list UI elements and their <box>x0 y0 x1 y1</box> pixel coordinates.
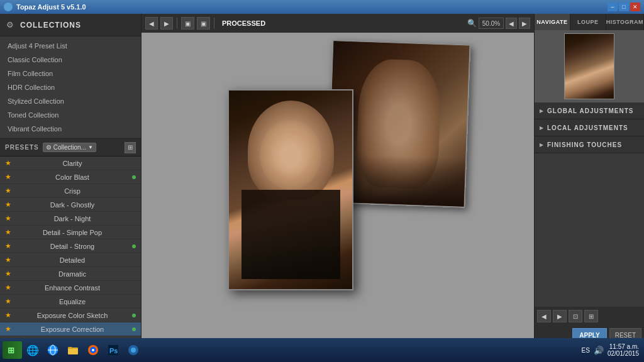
global-adjustments-header[interactable]: ▶ GLOBAL ADJUSTMENTS <box>535 102 644 119</box>
clock-date: 02/01/2015 <box>608 350 639 357</box>
star-icon: ★ <box>5 311 11 319</box>
titlebar: Topaz Adjust 5 v5.1.0 – □ ✕ <box>0 0 644 14</box>
nav-next-button[interactable]: ▶ <box>553 310 567 322</box>
toolbar: ◀ ▶ ▣ ▣ PROCESSED 🔍 ◀ ▶ <box>142 14 534 33</box>
preset-name: Clarity <box>15 160 130 167</box>
preset-name: Detail - Strong <box>15 243 130 250</box>
start-button[interactable]: ⊞ <box>3 341 22 359</box>
nav-prev-button[interactable]: ◀ <box>537 310 551 322</box>
preset-item-exposure-correction[interactable]: ★ Exposure Correction <box>0 322 141 336</box>
collection-item-classic[interactable]: Classic Collection <box>0 53 141 67</box>
local-adjustments-section: ▶ LOCAL ADJUSTMENTS <box>535 119 644 136</box>
preset-name: Dark - Ghostly <box>15 201 130 209</box>
preset-item-exposure-color-sketch[interactable]: ★ Exposure Color Sketch <box>0 309 141 322</box>
nav-arrows: ◀ ▶ ⊡ ⊞ <box>535 307 644 326</box>
star-icon: ★ <box>5 242 11 250</box>
svg-text:Ps: Ps <box>109 347 118 354</box>
collection-item-hdr[interactable]: HDR Collection <box>0 80 141 94</box>
preset-item-dark-ghostly[interactable]: ★ Dark - Ghostly <box>0 198 141 212</box>
nav-fit-button[interactable]: ⊡ <box>569 310 582 322</box>
taskbar-icon-folder[interactable] <box>64 341 82 359</box>
global-adjustments-label: GLOBAL ADJUSTMENTS <box>547 107 633 114</box>
maximize-button[interactable]: □ <box>619 3 629 11</box>
zoom-section: 🔍 ◀ ▶ <box>467 18 530 29</box>
star-icon: ★ <box>5 270 11 278</box>
grid-view-button[interactable]: ⊞ <box>125 142 136 153</box>
finishing-touches-header[interactable]: ▶ FINISHING TOUCHES <box>535 136 644 153</box>
right-panel: NAVIGATE LOUPE HISTOGRAM ▶ GLOBAL ADJUST… <box>534 14 644 362</box>
svg-point-10 <box>131 348 136 353</box>
left-panel: ⚙ COLLECTIONS Adjust 4 Preset List Class… <box>0 14 142 362</box>
minimize-button[interactable]: – <box>608 3 618 11</box>
arrow-icon: ▶ <box>540 142 543 148</box>
preset-name: Dark - Night <box>15 215 130 222</box>
tab-loupe[interactable]: LOUPE <box>570 14 606 30</box>
zoom-icon: 🔍 <box>467 19 477 28</box>
window-controls: – □ ✕ <box>608 3 640 11</box>
forward-button[interactable]: ▶ <box>160 17 173 30</box>
star-icon: ★ <box>5 159 11 167</box>
collections-list: Adjust 4 Preset List Classic Collection … <box>0 36 141 139</box>
preset-dot <box>132 314 136 317</box>
zoom-out-button[interactable]: ◀ <box>506 18 517 29</box>
preset-item-crisp[interactable]: ★ Crisp <box>0 184 141 198</box>
star-icon: ★ <box>5 200 11 209</box>
preset-name: Crisp <box>15 187 130 195</box>
preset-item-clarity[interactable]: ★ Clarity <box>0 156 141 170</box>
preset-name: Equalize <box>15 298 130 305</box>
collection-item-toned[interactable]: Toned Collection <box>0 108 141 122</box>
view2-button[interactable]: ▣ <box>197 17 210 30</box>
app-body: ⚙ COLLECTIONS Adjust 4 Preset List Class… <box>0 14 644 362</box>
app-title: Topaz Adjust 5 v5.1.0 <box>16 3 608 11</box>
toolbar-separator2 <box>214 18 214 29</box>
zoom-input[interactable] <box>479 18 504 29</box>
taskbar-icon-app[interactable] <box>124 341 143 359</box>
taskbar: ⊞ 🌐 Ps ES 🔊 11:57 a.m. 02/01/2015 <box>0 338 644 362</box>
collection-item-film[interactable]: Film Collection <box>0 67 141 80</box>
collection-item-stylized[interactable]: Stylized Collection <box>0 94 141 108</box>
thumbnail-photo <box>564 33 614 99</box>
star-icon: ★ <box>5 228 11 236</box>
preset-dot <box>132 244 136 248</box>
taskbar-sound-icon[interactable]: 🔊 <box>594 346 604 355</box>
preset-name: Exposure Correction <box>15 326 130 333</box>
collection-dropdown[interactable]: ⚙ Collection... ▼ <box>43 143 96 152</box>
preset-item-detail-strong[interactable]: ★ Detail - Strong <box>0 239 141 253</box>
collection-item-adjust4[interactable]: Adjust 4 Preset List <box>0 39 141 53</box>
presets-header: PRESETS ⚙ Collection... ▼ ⊞ <box>0 139 141 156</box>
preset-item-detailed[interactable]: ★ Detailed <box>0 253 141 267</box>
tab-navigate[interactable]: NAVIGATE <box>535 14 570 30</box>
taskbar-icon-firefox[interactable] <box>84 341 103 359</box>
arrow-icon: ▶ <box>540 108 543 114</box>
taskbar-icon-ps[interactable]: Ps <box>104 341 123 359</box>
back-button[interactable]: ◀ <box>145 17 158 30</box>
preset-item-equalize[interactable]: ★ Equalize <box>0 295 141 309</box>
clock-time: 11:57 a.m. <box>608 343 639 350</box>
preset-item-dark-night[interactable]: ★ Dark - Night <box>0 212 141 226</box>
close-button[interactable]: ✕ <box>630 3 640 11</box>
zoom-in-button[interactable]: ▶ <box>519 18 530 29</box>
collection-item-vibrant[interactable]: Vibrant Collection <box>0 122 141 136</box>
tab-histogram[interactable]: HISTOGRAM <box>606 14 644 30</box>
dropdown-arrow-icon: ▼ <box>88 145 93 150</box>
preset-item-colorblast[interactable]: ★ Color Blast <box>0 170 141 184</box>
global-adjustments-section: ▶ GLOBAL ADJUSTMENTS <box>535 102 644 119</box>
finishing-touches-section: ▶ FINISHING TOUCHES <box>535 136 644 153</box>
star-icon: ★ <box>5 283 11 292</box>
taskbar-icon-ie[interactable] <box>43 341 62 359</box>
collections-gear-icon[interactable]: ⚙ <box>6 20 16 30</box>
preset-item-detail-simplepop[interactable]: ★ Detail - Simple Pop <box>0 226 141 239</box>
preset-item-dramatic[interactable]: ★ Dramatic <box>0 267 141 281</box>
preset-dot <box>132 327 136 331</box>
view-tabs: NAVIGATE LOUPE HISTOGRAM <box>535 14 644 30</box>
star-icon: ★ <box>5 173 11 181</box>
preset-item-enhance-contrast[interactable]: ★ Enhance Contrast <box>0 281 141 295</box>
collections-title: COLLECTIONS <box>20 21 81 30</box>
taskbar-icon-browser1[interactable]: 🌐 <box>23 341 42 359</box>
local-adjustments-header[interactable]: ▶ LOCAL ADJUSTMENTS <box>535 119 644 136</box>
nav-full-button[interactable]: ⊞ <box>584 310 598 322</box>
star-icon: ★ <box>5 214 11 222</box>
dropdown-label: Collection... <box>53 144 86 151</box>
toolbar-separator <box>177 18 177 29</box>
view1-button[interactable]: ▣ <box>181 17 194 30</box>
